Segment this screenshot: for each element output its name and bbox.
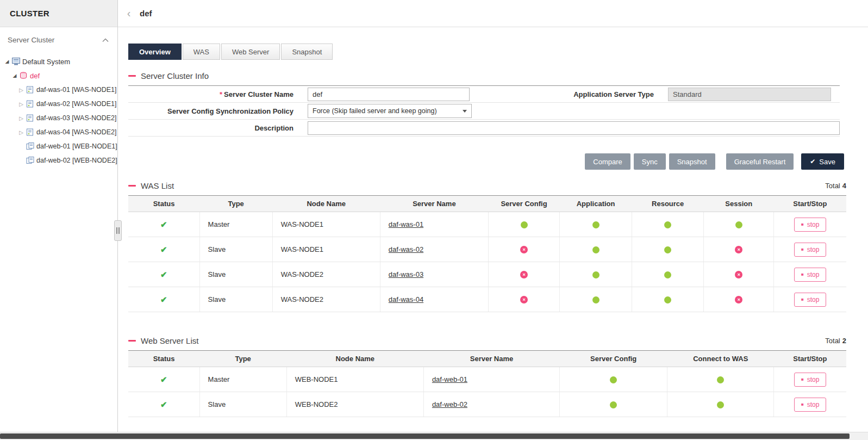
- server-link[interactable]: daf-was-03: [389, 270, 423, 278]
- was-total: Total4: [825, 182, 846, 190]
- was-table-header-row: Status Type Node Name Server Name Server…: [128, 196, 846, 212]
- check-icon: ✔: [810, 158, 815, 165]
- tree-item-label: daf-web-02 [WEB-NODE2]: [36, 157, 117, 164]
- expand-icon[interactable]: ◢: [3, 59, 11, 64]
- status-check-icon: ✔: [160, 245, 167, 255]
- stop-square-icon: ■: [801, 377, 804, 382]
- sync-button[interactable]: Sync: [634, 153, 666, 170]
- graceful-restart-button[interactable]: Graceful Restart: [726, 153, 794, 170]
- expand-icon[interactable]: ◢: [11, 73, 18, 78]
- tree-item-daf-was-02[interactable]: ▷ daf-was-02 [WAS-NODE1]: [0, 97, 117, 111]
- sync-policy-select[interactable]: Force (Skip failed server and keep going…: [308, 104, 472, 118]
- tree-item-daf-was-01[interactable]: ▷ daf-was-01 [WAS-NODE1]: [0, 83, 117, 97]
- web-table-header-row: Status Type Node Name Server Name Server…: [128, 351, 846, 367]
- cluster-tree: ◢ Default System ◢ def ▷ daf-was-01 [WAS…: [0, 52, 117, 168]
- form-row-name-type: *Server Cluster Name Application Server …: [128, 86, 840, 103]
- col-server-name: Server Name: [380, 196, 488, 212]
- horizontal-scrollbar[interactable]: [0, 432, 868, 440]
- server-link[interactable]: daf-was-02: [389, 245, 423, 253]
- server-cluster-name-input[interactable]: [308, 88, 470, 101]
- tab-overview[interactable]: Overview: [128, 44, 182, 60]
- snapshot-button[interactable]: Snapshot: [669, 153, 715, 170]
- table-row: ✔ Master WAS-NODE1 daf-was-01 ■stop: [128, 212, 846, 237]
- tree-item-label: daf-was-02 [WAS-NODE1]: [36, 100, 117, 108]
- topbar: ‹ def: [118, 0, 868, 27]
- web-server-icon: [25, 157, 35, 164]
- server-config-status-icon: [610, 401, 617, 408]
- was-server-icon: [25, 114, 35, 122]
- expand-icon[interactable]: ▷: [17, 87, 25, 93]
- main-panel: ‹ def Overview WAS Web Server Snapshot S…: [118, 0, 868, 440]
- tree-item-daf-web-02[interactable]: . daf-web-02 [WEB-NODE2]: [0, 153, 117, 168]
- required-mark: *: [220, 90, 222, 98]
- was-list-section-header: WAS List Total4: [128, 181, 846, 190]
- stop-button[interactable]: ■stop: [794, 373, 827, 387]
- server-config-status-icon: ×: [520, 271, 528, 278]
- expand-icon[interactable]: ▷: [17, 101, 25, 107]
- type-cell: Slave: [199, 262, 272, 287]
- tab-snapshot[interactable]: Snapshot: [281, 44, 333, 60]
- stop-button[interactable]: ■stop: [794, 243, 827, 257]
- stop-square-icon: ■: [801, 297, 804, 302]
- save-button[interactable]: ✔ Save: [801, 153, 844, 170]
- was-list-table: Status Type Node Name Server Name Server…: [128, 195, 846, 312]
- application-status-icon: [592, 296, 600, 303]
- compare-button[interactable]: Compare: [585, 153, 630, 170]
- expand-icon[interactable]: ▷: [17, 129, 25, 135]
- application-status-icon: [592, 246, 600, 253]
- server-link[interactable]: daf-was-04: [389, 295, 423, 303]
- application-server-type-input: [668, 88, 831, 101]
- col-server-config: Server Config: [560, 351, 667, 367]
- tree-item-default-system[interactable]: ◢ Default System: [0, 54, 117, 69]
- type-cell: Slave: [199, 392, 286, 417]
- cluster-info-form: *Server Cluster Name Application Server …: [128, 85, 840, 137]
- server-link[interactable]: daf-web-02: [432, 400, 467, 408]
- status-check-icon: ✔: [160, 400, 167, 410]
- chevron-up-icon[interactable]: [102, 36, 109, 44]
- stop-button[interactable]: ■stop: [794, 293, 827, 307]
- tree-item-label: daf-was-03 [WAS-NODE2]: [36, 114, 117, 122]
- server-link[interactable]: daf-was-01: [389, 220, 423, 228]
- type-cell: Slave: [199, 287, 272, 312]
- stop-button[interactable]: ■stop: [794, 398, 827, 412]
- col-status: Status: [128, 351, 199, 367]
- server-config-status-icon: [610, 376, 617, 383]
- tree-item-def[interactable]: ◢ def: [0, 69, 117, 83]
- form-row-sync-policy: Server Config Synchronization Policy For…: [128, 103, 840, 120]
- tab-was[interactable]: WAS: [183, 44, 220, 60]
- stop-square-icon: ■: [801, 402, 804, 407]
- tree-item-daf-was-04[interactable]: ▷ daf-was-04 [WAS-NODE2]: [0, 125, 117, 139]
- col-resource: Resource: [632, 196, 704, 212]
- status-check-icon: ✔: [160, 270, 167, 280]
- sidebar-collapse-handle[interactable]: [114, 220, 122, 241]
- server-link[interactable]: daf-web-01: [432, 375, 467, 383]
- back-chevron-icon[interactable]: ‹: [122, 7, 135, 20]
- sidebar-header: CLUSTER: [0, 0, 117, 27]
- col-type: Type: [199, 196, 272, 212]
- session-status-icon: ×: [735, 296, 742, 303]
- type-cell: Slave: [199, 237, 272, 262]
- tree-item-daf-web-01[interactable]: . daf-web-01 [WEB-NODE1]: [0, 139, 117, 153]
- stop-button[interactable]: ■stop: [794, 218, 827, 232]
- stop-button[interactable]: ■stop: [794, 268, 827, 282]
- col-server-name: Server Name: [423, 351, 559, 367]
- form-row-description: Description: [128, 120, 840, 137]
- section-title: Server Cluster Info: [141, 71, 209, 80]
- action-buttons: Compare Sync Snapshot Graceful Restart ✔…: [128, 153, 844, 170]
- node-name-cell: WAS-NODE2: [272, 287, 380, 312]
- was-server-icon: [25, 86, 35, 94]
- sidebar-section-server-cluster[interactable]: Server Cluster: [0, 27, 117, 52]
- col-start-stop: Start/Stop: [774, 351, 846, 367]
- col-type: Type: [199, 351, 286, 367]
- tab-web-server[interactable]: Web Server: [221, 44, 280, 60]
- description-input[interactable]: [308, 121, 840, 135]
- sidebar-title: CLUSTER: [10, 9, 49, 18]
- horizontal-scrollbar-thumb[interactable]: [0, 433, 850, 439]
- tree-item-daf-was-03[interactable]: ▷ daf-was-03 [WAS-NODE2]: [0, 111, 117, 125]
- was-server-icon: [25, 128, 35, 136]
- expand-icon[interactable]: ▷: [17, 115, 25, 121]
- node-name-cell: WEB-NODE2: [286, 392, 423, 417]
- server-config-status-icon: [521, 221, 528, 228]
- tree-item-label: daf-web-01 [WEB-NODE1]: [36, 142, 117, 150]
- col-status: Status: [128, 196, 199, 212]
